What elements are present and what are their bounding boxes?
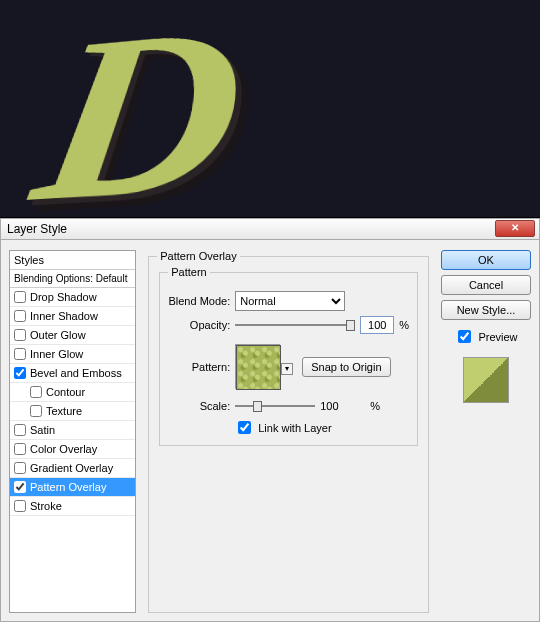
window-close-button[interactable]: ✕ (495, 220, 535, 237)
rendered-letter: D (19, 0, 482, 218)
cancel-button[interactable]: Cancel (441, 275, 531, 295)
style-item-inner-shadow[interactable]: Inner Shadow (10, 307, 135, 326)
pattern-overlay-group: Pattern Overlay Pattern Blend Mode: Norm… (148, 250, 429, 613)
group-title: Pattern Overlay (157, 250, 239, 262)
link-with-layer-label[interactable]: Link with Layer (258, 422, 331, 434)
pattern-subgroup: Pattern Blend Mode: Normal Opacity: (159, 266, 418, 446)
opacity-percent: % (399, 319, 409, 331)
style-item-label: Stroke (30, 500, 62, 512)
style-item-gradient-overlay[interactable]: Gradient Overlay (10, 459, 135, 478)
style-item-color-overlay[interactable]: Color Overlay (10, 440, 135, 459)
scale-percent: % (370, 400, 380, 412)
style-item-label: Inner Shadow (30, 310, 98, 322)
style-item-label: Texture (46, 405, 82, 417)
style-item-label: Outer Glow (30, 329, 86, 341)
style-item-satin[interactable]: Satin (10, 421, 135, 440)
snap-to-origin-button[interactable]: Snap to Origin (302, 357, 390, 377)
style-checkbox[interactable] (14, 310, 26, 322)
scale-label: Scale: (168, 400, 230, 412)
style-item-stroke[interactable]: Stroke (10, 497, 135, 516)
style-item-drop-shadow[interactable]: Drop Shadow (10, 288, 135, 307)
opacity-label: Opacity: (168, 319, 230, 331)
opacity-slider[interactable] (235, 318, 355, 332)
pattern-swatch-dropdown[interactable]: ▾ (235, 344, 280, 389)
pattern-swatch (236, 345, 281, 390)
document-canvas-preview: D (0, 0, 540, 218)
style-checkbox[interactable] (14, 500, 26, 512)
preview-label[interactable]: Preview (478, 331, 517, 343)
ok-button[interactable]: OK (441, 250, 531, 270)
style-checkbox[interactable] (14, 291, 26, 303)
style-item-label: Inner Glow (30, 348, 83, 360)
style-checkbox[interactable] (30, 405, 42, 417)
preview-thumbnail (463, 357, 509, 403)
preview-checkbox[interactable] (458, 330, 471, 343)
opacity-input[interactable] (360, 316, 394, 334)
style-checkbox[interactable] (14, 367, 26, 379)
styles-list-panel: Styles Blending Options: Default Drop Sh… (9, 250, 136, 613)
style-checkbox[interactable] (14, 424, 26, 436)
style-item-label: Bevel and Emboss (30, 367, 122, 379)
link-with-layer-checkbox[interactable] (238, 421, 251, 434)
scale-slider[interactable] (235, 399, 315, 413)
settings-panel: Pattern Overlay Pattern Blend Mode: Norm… (142, 250, 435, 613)
subgroup-title: Pattern (168, 266, 209, 278)
style-checkbox[interactable] (30, 386, 42, 398)
blend-mode-select[interactable]: Normal (235, 291, 345, 311)
style-checkbox[interactable] (14, 329, 26, 341)
dialog-titlebar: Layer Style ✕ (0, 218, 540, 240)
blending-options-item[interactable]: Blending Options: Default (10, 270, 135, 288)
style-item-pattern-overlay[interactable]: Pattern Overlay (10, 478, 135, 497)
style-item-label: Satin (30, 424, 55, 436)
style-item-texture[interactable]: Texture (10, 402, 135, 421)
style-item-label: Pattern Overlay (30, 481, 106, 493)
style-item-label: Contour (46, 386, 85, 398)
blend-mode-label: Blend Mode: (168, 295, 230, 307)
styles-header[interactable]: Styles (10, 251, 135, 270)
style-item-label: Color Overlay (30, 443, 97, 455)
style-checkbox[interactable] (14, 443, 26, 455)
dialog-title: Layer Style (1, 222, 67, 236)
style-item-inner-glow[interactable]: Inner Glow (10, 345, 135, 364)
style-item-label: Drop Shadow (30, 291, 97, 303)
close-icon: ✕ (511, 222, 519, 233)
style-item-outer-glow[interactable]: Outer Glow (10, 326, 135, 345)
chevron-down-icon[interactable]: ▾ (281, 363, 293, 375)
style-item-contour[interactable]: Contour (10, 383, 135, 402)
style-checkbox[interactable] (14, 348, 26, 360)
scale-value: 100 (320, 400, 365, 412)
action-buttons-panel: OK Cancel New Style... Preview (441, 250, 531, 613)
pattern-label: Pattern: (168, 361, 230, 373)
style-item-bevel-and-emboss[interactable]: Bevel and Emboss (10, 364, 135, 383)
style-checkbox[interactable] (14, 481, 26, 493)
new-style-button[interactable]: New Style... (441, 300, 531, 320)
style-item-label: Gradient Overlay (30, 462, 113, 474)
style-checkbox[interactable] (14, 462, 26, 474)
